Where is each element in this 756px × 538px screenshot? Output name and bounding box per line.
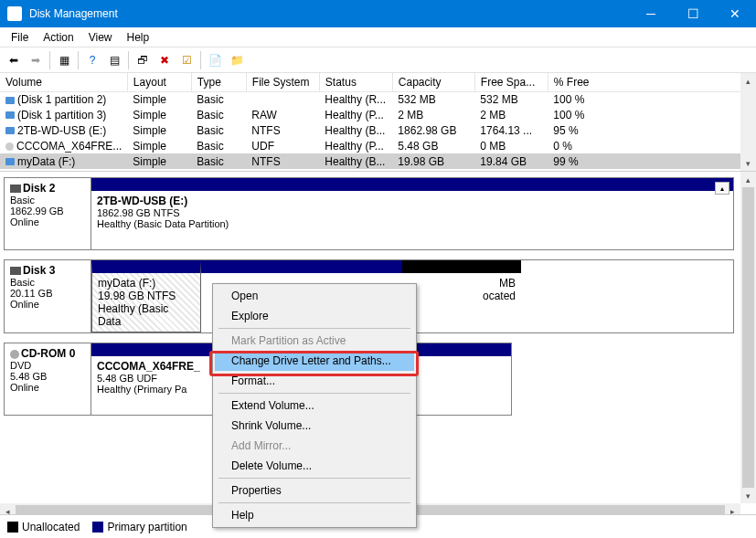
table-row[interactable]: (Disk 1 partition 3)SimpleBasicRAWHealth…	[0, 107, 756, 122]
disk2-info[interactable]: Disk 2 Basic 1862.99 GB Online	[4, 177, 91, 250]
toolbar-grid-icon[interactable]: ▦	[54, 50, 74, 70]
col-pct[interactable]: % Free	[548, 73, 756, 91]
cdrom-info[interactable]: CD-ROM 0 DVD 5.48 GB Online	[4, 343, 91, 416]
cd-icon	[10, 350, 19, 359]
menu-view[interactable]: View	[81, 29, 120, 46]
table-row[interactable]: 2TB-WD-USB (E:)SimpleBasicNTFSHealthy (B…	[0, 122, 756, 138]
table-header-row[interactable]: Volume Layout Type File System Status Ca…	[0, 73, 756, 91]
menu-action[interactable]: Action	[36, 29, 80, 46]
refresh-icon[interactable]: 🗗	[133, 50, 153, 70]
legend-unallocated-swatch	[7, 522, 18, 533]
disk-icon	[10, 185, 21, 193]
col-capacity[interactable]: Capacity	[392, 73, 474, 91]
close-button[interactable]: ✕	[714, 0, 756, 27]
legend-unallocated-label: Unallocated	[22, 521, 80, 533]
toolbar: ⬅ ➡ ▦ ? ▤ 🗗 ✖ ☑ 📄 📁	[0, 47, 756, 73]
context-menu: Open Explore Mark Partition as Active Ch…	[212, 283, 417, 528]
col-layout[interactable]: Layout	[127, 73, 191, 91]
ctx-change-drive-letter[interactable]: Change Drive Letter and Paths...	[215, 351, 414, 371]
disk-row-disk2: Disk 2 Basic 1862.99 GB Online ▴ 2TB-WD-…	[4, 177, 734, 250]
legend-primary-swatch	[92, 522, 103, 533]
col-free[interactable]: Free Spa...	[474, 73, 548, 91]
delete-icon[interactable]: ✖	[154, 50, 175, 70]
titlebar[interactable]: Disk Management ─ ☐ ✕	[0, 0, 756, 27]
ctx-open[interactable]: Open	[215, 286, 414, 306]
ctx-shrink-volume[interactable]: Shrink Volume...	[215, 416, 414, 436]
check-icon[interactable]: ☑	[176, 50, 197, 70]
col-type[interactable]: Type	[191, 73, 246, 91]
ctx-properties[interactable]: Properties	[215, 480, 414, 501]
help-icon[interactable]: ?	[82, 50, 102, 70]
ctx-explore[interactable]: Explore	[215, 306, 414, 326]
legend-primary-label: Primary partition	[107, 521, 186, 533]
ctx-help[interactable]: Help	[215, 505, 414, 525]
back-button[interactable]: ⬅	[4, 50, 24, 70]
disks-scrollbar-v[interactable]: ▴▾	[740, 172, 756, 503]
app-icon	[7, 6, 22, 21]
col-fs[interactable]: File System	[246, 73, 319, 91]
toolbar-action2-icon[interactable]: 📁	[227, 50, 247, 70]
ctx-add-mirror: Add Mirror...	[215, 436, 414, 456]
disk3-mydata-partition[interactable]: myData (F:) 19.98 GB NTFS Healthy (Basic…	[91, 260, 201, 332]
collapse-button[interactable]: ▴	[715, 182, 729, 195]
menubar: File Action View Help	[0, 27, 756, 47]
minimize-button[interactable]: ─	[630, 0, 672, 27]
disk-icon	[10, 267, 21, 275]
ctx-format[interactable]: Format...	[215, 371, 414, 391]
col-status[interactable]: Status	[319, 73, 392, 91]
window-title: Disk Management	[29, 7, 630, 20]
volume-table: ▴▾ Volume Layout Type File System Status…	[0, 73, 756, 172]
disk3-info[interactable]: Disk 3 Basic 20.11 GB Online	[4, 259, 91, 333]
menu-file[interactable]: File	[4, 29, 36, 46]
ctx-mark-active: Mark Partition as Active	[215, 331, 414, 351]
forward-button[interactable]: ➡	[26, 50, 46, 70]
maximize-button[interactable]: ☐	[672, 0, 714, 27]
ctx-delete-volume[interactable]: Delete Volume...	[215, 456, 414, 476]
disk2-partition[interactable]: ▴ 2TB-WD-USB (E:) 1862.98 GB NTFS Health…	[91, 177, 734, 250]
menu-help[interactable]: Help	[120, 29, 157, 46]
table-scrollbar[interactable]: ▴▾	[740, 73, 756, 171]
toolbar-list-icon[interactable]: ▤	[104, 50, 124, 70]
toolbar-action1-icon[interactable]: 📄	[205, 50, 225, 70]
table-row[interactable]: (Disk 1 partition 2)SimpleBasicHealthy (…	[0, 91, 756, 107]
ctx-extend-volume[interactable]: Extend Volume...	[215, 396, 414, 416]
col-volume[interactable]: Volume	[0, 73, 127, 91]
table-row[interactable]: myData (F:)SimpleBasicNTFSHealthy (B...1…	[0, 153, 756, 169]
table-row[interactable]: CCCOMA_X64FRE...SimpleBasicUDFHealthy (P…	[0, 138, 756, 153]
